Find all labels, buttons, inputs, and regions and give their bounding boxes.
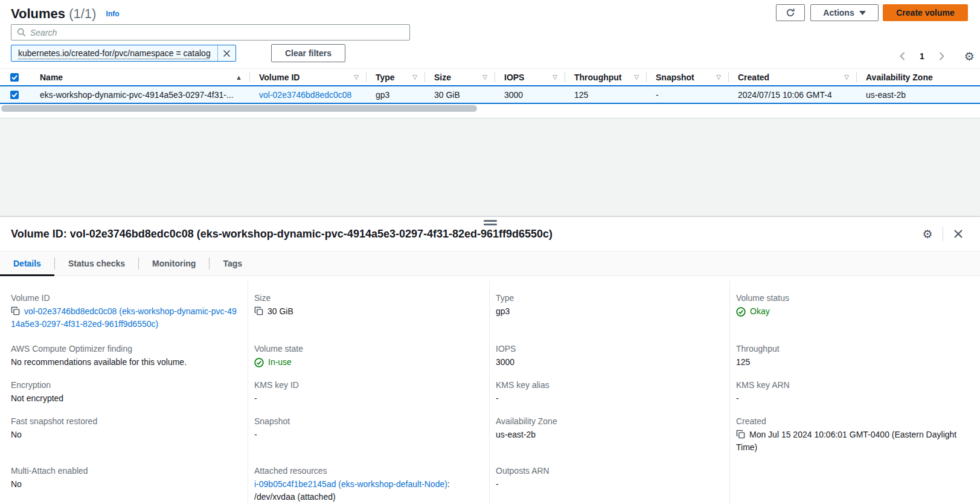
- copy-icon[interactable]: [11, 306, 20, 315]
- column-header-type[interactable]: Type ▽: [366, 69, 424, 85]
- table-preferences-gear-icon[interactable]: ⚙: [964, 51, 975, 62]
- field-created: Created Mon Jul 15 2024 10:06:01 GMT-040…: [730, 404, 980, 454]
- field-type: Type gp3: [490, 281, 729, 332]
- sort-none-icon[interactable]: ▽: [552, 74, 557, 80]
- refresh-button[interactable]: [776, 4, 805, 21]
- field-label: Attached resources: [254, 465, 479, 477]
- attached-instance-link[interactable]: i-09b05c4f1be2145ad (eks-workshop-defaul…: [254, 479, 447, 489]
- field-value: 125: [736, 356, 970, 369]
- create-volume-button[interactable]: Create volume: [883, 4, 968, 21]
- horizontal-scrollbar: [1, 105, 979, 112]
- actions-button[interactable]: Actions: [810, 4, 879, 21]
- copy-icon[interactable]: [736, 430, 745, 439]
- field-label: Availability Zone: [496, 415, 720, 427]
- field-fast-snapshot-restored: Fast snapshot restored No: [0, 404, 248, 454]
- field-kms-key-id: KMS key ID -: [248, 368, 489, 404]
- create-volume-button-label: Create volume: [896, 8, 954, 18]
- panel-title: Volume ID: vol-02e3746bd8edc0c08 (eks-wo…: [11, 228, 552, 241]
- table-header-row: Name ▲ Volume ID ▽ Type ▽ Size ▽ IOPS ▽ …: [0, 68, 980, 85]
- field-label: Snapshot: [254, 415, 479, 427]
- column-header-iops[interactable]: IOPS ▽: [495, 69, 565, 85]
- column-header-snapshot[interactable]: Snapshot ▽: [646, 69, 728, 85]
- sort-none-icon[interactable]: ▽: [354, 74, 359, 80]
- info-link[interactable]: Info: [106, 10, 120, 18]
- field-label: Throughput: [736, 343, 970, 355]
- refresh-icon: [786, 8, 795, 18]
- field-value: -: [736, 392, 970, 405]
- field-iops: IOPS 3000: [490, 332, 729, 368]
- horizontal-scrollbar-thumb[interactable]: [1, 105, 477, 112]
- filter-token: kubernetes.io/created-for/pvc/namespace …: [11, 45, 236, 62]
- sort-none-icon[interactable]: ▽: [844, 74, 849, 80]
- clear-filters-label: Clear filters: [285, 48, 331, 58]
- volume-details-panel: Volume ID: vol-02e3746bd8edc0c08 (eks-wo…: [0, 216, 980, 504]
- panel-preferences-gear-icon[interactable]: ⚙: [920, 227, 935, 241]
- select-all-checkbox[interactable]: [10, 73, 19, 82]
- remove-filter-button[interactable]: [217, 45, 235, 61]
- column-header-created[interactable]: Created ▽: [728, 69, 856, 85]
- check-circle-icon: [254, 358, 264, 367]
- field-label: Volume status: [736, 292, 970, 304]
- chevron-left-icon: [900, 52, 905, 60]
- current-page-number[interactable]: 1: [920, 51, 924, 61]
- clear-filters-button[interactable]: Clear filters: [271, 44, 345, 62]
- actions-button-label: Actions: [823, 8, 854, 18]
- volumes-console-page: Volumes (1/1) Info Actions Create volume…: [0, 0, 980, 504]
- field-value: Mon Jul 15 2024 10:06:01 GMT-0400 (Easte…: [736, 430, 956, 452]
- column-header-name[interactable]: Name ▲: [29, 69, 249, 85]
- field-label: KMS key ID: [254, 379, 479, 391]
- field-label: Type: [496, 292, 720, 304]
- page-title: Volumes (1/1) Info: [11, 6, 120, 22]
- field-availability-zone: Availability Zone us-east-2b: [490, 404, 729, 454]
- field-kms-key-arn: KMS key ARN -: [730, 368, 980, 404]
- panel-tabs: Details Status checks Monitoring Tags: [0, 251, 980, 276]
- row-checkbox[interactable]: [10, 91, 19, 99]
- tab-status-checks[interactable]: Status checks: [55, 251, 138, 276]
- sort-none-icon[interactable]: ▽: [634, 74, 639, 80]
- column-header-size[interactable]: Size ▽: [424, 69, 495, 85]
- cell-volume-id: vol-02e3746bd8edc0c08: [249, 86, 366, 103]
- copy-icon[interactable]: [254, 306, 263, 315]
- column-header-volume-id[interactable]: Volume ID ▽: [249, 69, 366, 85]
- column-header-throughput[interactable]: Throughput ▽: [565, 69, 646, 85]
- field-label: Encryption: [11, 379, 238, 391]
- sort-none-icon[interactable]: ▽: [412, 74, 417, 80]
- tab-monitoring[interactable]: Monitoring: [139, 251, 209, 276]
- field-label: KMS key ARN: [736, 379, 970, 391]
- caret-down-icon: [859, 11, 866, 15]
- cell-created: 2024/07/15 10:06 GMT-4: [728, 86, 856, 103]
- column-header-availability-zone[interactable]: Availability Zone: [856, 69, 980, 85]
- check-icon: [11, 92, 18, 97]
- search-input[interactable]: [30, 28, 404, 37]
- row-select-cell: [0, 86, 29, 103]
- sort-none-icon[interactable]: ▽: [482, 74, 487, 80]
- volumes-table: Name ▲ Volume ID ▽ Type ▽ Size ▽ IOPS ▽ …: [0, 68, 980, 104]
- sort-ascending-icon[interactable]: ▲: [235, 74, 242, 81]
- close-panel-button[interactable]: [951, 227, 966, 241]
- field-value: 3000: [496, 356, 720, 369]
- volume-id-detail-link[interactable]: vol-02e3746bd8edc0c08 (eks-workshop-dyna…: [11, 306, 237, 329]
- previous-page-button[interactable]: [895, 49, 909, 63]
- field-value: No recommendations available for this vo…: [11, 356, 238, 369]
- content-spacer: [0, 118, 980, 216]
- field-snapshot: Snapshot -: [248, 404, 489, 454]
- cell-availability-zone: us-east-2b: [856, 86, 980, 103]
- tab-tags[interactable]: Tags: [210, 251, 255, 276]
- next-page-button[interactable]: [935, 49, 949, 63]
- volume-status-value: Okay: [750, 305, 770, 318]
- details-column-3: Type gp3 IOPS 3000 KMS key alias - Avail…: [489, 281, 729, 504]
- volume-id-link[interactable]: vol-02e3746bd8edc0c08: [259, 90, 351, 100]
- field-value: -: [254, 428, 479, 441]
- sort-none-icon[interactable]: ▽: [716, 74, 721, 80]
- cell-size: 30 GiB: [424, 86, 495, 103]
- field-label: Size: [254, 292, 479, 304]
- check-circle-icon: [736, 307, 746, 317]
- field-value: us-east-2b: [496, 428, 720, 441]
- cell-iops: 3000: [495, 86, 565, 103]
- table-row[interactable]: eks-workshop-dynamic-pvc-4914a5e3-0297-4…: [0, 85, 980, 104]
- field-label: AWS Compute Optimizer finding: [11, 343, 238, 355]
- tab-details[interactable]: Details: [0, 251, 54, 276]
- volume-count: (1/1): [69, 6, 96, 21]
- panel-drag-handle-icon[interactable]: [484, 220, 497, 227]
- field-label: Volume state: [254, 343, 479, 355]
